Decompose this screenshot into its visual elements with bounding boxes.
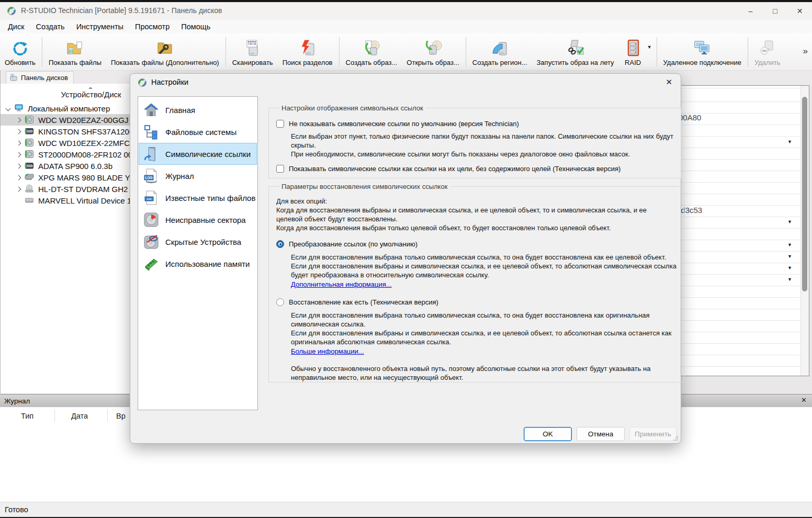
remove-button[interactable]: Удалить — [750, 33, 785, 70]
recovery-intro-text: Для всех опций: Когда для восстановления… — [276, 197, 676, 232]
chevron-right-icon[interactable] — [16, 152, 21, 157]
maximize-button[interactable]: □ — [763, 2, 787, 20]
journal-column-date[interactable]: Дата — [62, 412, 97, 420]
ok-button[interactable]: OK — [524, 427, 572, 441]
status-bar: Готово — [0, 502, 812, 517]
sidebar-item-symbolic-links[interactable]: Символические ссылки — [139, 143, 257, 165]
dropdown-arrow-icon[interactable]: ▼ — [787, 139, 792, 144]
column-divider[interactable] — [107, 409, 108, 422]
file-systems-icon — [143, 123, 160, 140]
disk-panel-tab-label: Панель дисков — [21, 74, 68, 82]
journal-close-icon[interactable]: ✕ — [801, 396, 807, 404]
log-icon: LOG — [143, 167, 160, 184]
dialog-resize-grip[interactable] — [673, 435, 678, 441]
hide-symlinks-label: Не показывать символические ссылки по ум… — [289, 120, 519, 128]
open-image-button[interactable]: Открыть образ... — [402, 33, 464, 70]
settings-dialog: Настройки ✕ Главная Файловые системы Сим… — [130, 73, 681, 444]
dialog-close-icon[interactable]: ✕ — [666, 77, 672, 87]
chevron-right-icon[interactable] — [16, 129, 21, 134]
chevron-right-icon[interactable] — [16, 140, 21, 145]
more-information-link-2[interactable]: Больше информации... — [291, 347, 364, 355]
apply-button[interactable]: Применить — [629, 427, 676, 441]
sidebar-item-label: Известные типы файлов — [165, 194, 255, 202]
recover-as-is-description: Если для восстановления выбрана только с… — [291, 311, 676, 346]
minimize-button[interactable]: – — [738, 2, 763, 20]
refresh-icon — [10, 38, 29, 58]
raid-dropdown-arrow-icon[interactable]: ▼ — [647, 33, 655, 70]
hdd-icon — [25, 115, 34, 126]
nvme-icon — [25, 173, 34, 183]
dropdown-arrow-icon[interactable]: ▼ — [787, 277, 792, 282]
close-button[interactable]: ✕ — [787, 2, 812, 20]
chevron-right-icon[interactable] — [16, 163, 21, 168]
raid-button[interactable]: RAID — [619, 33, 647, 70]
computer-icon — [14, 104, 24, 114]
dropdown-arrow-icon[interactable]: ▼ — [787, 242, 792, 247]
sidebar-item-hidden-devices[interactable]: Скрытые Устройства — [139, 231, 257, 253]
recovery-note: Обычно у восстановленного объекта новый … — [291, 364, 676, 382]
sidebar-item-log[interactable]: LOG Журнал — [139, 165, 257, 187]
properties-scrollbar-thumb[interactable] — [802, 97, 807, 291]
chevron-right-icon[interactable] — [16, 175, 21, 180]
more-information-link-1[interactable]: Дополнительная информация... — [291, 280, 392, 288]
show-files-icon — [65, 38, 85, 58]
menu-view[interactable]: Просмотр — [129, 22, 175, 31]
app-logo-icon — [138, 78, 147, 87]
scan-button[interactable]: Сканировать — [228, 33, 278, 70]
column-divider[interactable] — [54, 409, 55, 422]
sidebar-item-label: Скрытые Устройства — [165, 238, 241, 246]
dialog-title-bar: Настройки ✕ — [130, 74, 681, 91]
show-files-advanced-icon — [155, 38, 175, 58]
show-symlinks-as-links-label: Показывать символические ссылки как ссыл… — [289, 165, 621, 173]
sidebar-item-known-file-types[interactable]: *** Известные типы файлов — [139, 187, 257, 209]
menu-disk[interactable]: Диск — [2, 22, 30, 31]
open-image-icon — [423, 38, 443, 58]
journal-column-type[interactable]: Тип — [16, 412, 39, 420]
dropdown-arrow-icon[interactable]: ▼ — [787, 219, 792, 224]
chevron-right-icon[interactable] — [16, 117, 21, 122]
show-files-advanced-button[interactable]: Показать файлы (Дополнительно) — [106, 33, 224, 70]
chevron-right-icon[interactable] — [16, 186, 21, 192]
sidebar-item-label: Использование памяти — [165, 260, 250, 268]
show-symlinks-as-links-checkbox[interactable] — [276, 165, 284, 173]
menu-bar: Диск Создать Инструменты Просмотр Помощь — [0, 20, 812, 33]
remove-icon — [758, 38, 777, 58]
mount-image-button[interactable]: Запустить образ на лету — [532, 33, 619, 70]
show-files-button[interactable]: Показать файлы — [44, 33, 106, 70]
disk-panel-tab-icon — [9, 74, 18, 82]
menu-tools[interactable]: Инструменты — [71, 22, 129, 31]
partition-search-button[interactable]: Поиск разделов — [278, 33, 337, 70]
property-value-fragment: 00A80 — [679, 113, 701, 122]
sidebar-item-label: Главная — [165, 106, 195, 115]
recover-as-is-radio[interactable] — [276, 298, 284, 306]
sidebar-item-main[interactable]: Главная — [139, 99, 257, 121]
tab-disk-panel[interactable]: Панель дисков — [6, 71, 74, 84]
hide-symlinks-checkbox[interactable] — [276, 120, 284, 128]
menu-help[interactable]: Помощь — [175, 22, 216, 31]
sidebar-item-memory-usage[interactable]: Использование памяти — [139, 253, 257, 275]
create-region-button[interactable]: Создать регион... — [468, 33, 532, 70]
refresh-button[interactable]: Обновить — [0, 33, 40, 70]
hide-symlinks-description: Если выбран этот пункт, только физически… — [291, 132, 673, 159]
svg-text:SSD: SSD — [27, 130, 33, 133]
toolbar-separator — [466, 37, 466, 66]
link-transformation-radio[interactable] — [276, 240, 284, 248]
symlink-icon — [143, 145, 160, 162]
cancel-button[interactable]: Отмена — [577, 427, 625, 441]
known-file-types-icon: *** — [143, 189, 160, 206]
menu-create[interactable]: Создать — [30, 22, 71, 31]
journal-title: Журнал — [4, 397, 30, 405]
chevron-down-icon[interactable] — [6, 106, 11, 111]
sidebar-item-file-systems[interactable]: Файловые системы — [139, 121, 257, 143]
dropdown-arrow-icon[interactable]: ▼ — [787, 265, 792, 271]
memory-usage-icon — [143, 255, 160, 272]
sidebar-item-bad-sectors[interactable]: Неисправные сектора — [139, 209, 257, 231]
create-image-button[interactable]: Создать образ... — [341, 33, 402, 70]
dropdown-arrow-icon[interactable]: ▼ — [787, 254, 792, 259]
bad-sectors-icon — [143, 211, 160, 228]
toolbar-overflow-chevron[interactable]: » — [803, 46, 808, 57]
display-settings-group-title: Настройки отображения символьных ссылок — [279, 104, 425, 112]
sidebar-item-label: Журнал — [165, 172, 194, 181]
journal-column-time[interactable]: Вр — [116, 412, 126, 420]
remote-connection-button[interactable]: Удаленное подключение — [659, 33, 746, 70]
